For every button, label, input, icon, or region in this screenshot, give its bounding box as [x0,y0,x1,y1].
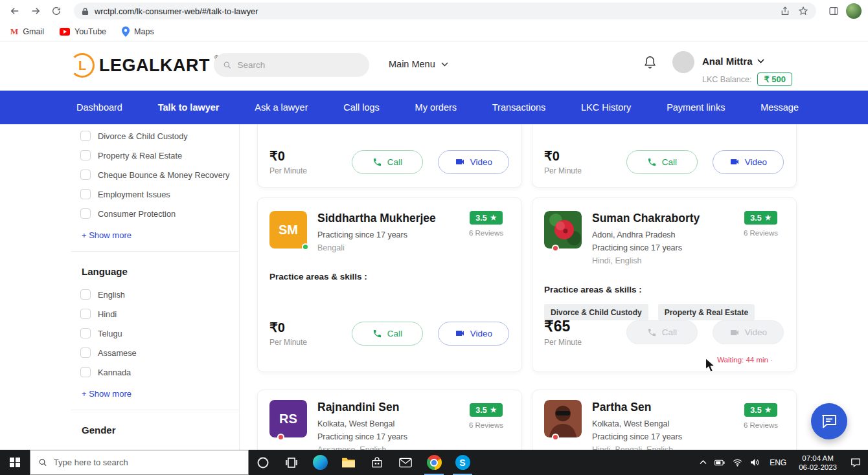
browser-profile-avatar[interactable] [846,3,862,19]
bookmark-youtube[interactable]: YouTube [60,27,106,36]
bookmark-label: Maps [134,27,154,36]
file-explorer-icon[interactable] [334,450,363,475]
windows-logo-icon [10,458,20,468]
lawyer-card-clipped: RS Rajnandini Sen Kolkata, West Bengal P… [257,390,522,450]
battery-icon[interactable] [711,450,729,475]
microsoft-store-icon[interactable] [363,450,391,475]
star-icon: ★ [765,214,771,222]
practice-areas-label: Practice areas & skills : [269,272,510,282]
legalkart-logo[interactable]: L LEGALKART ® [70,53,219,78]
checkbox[interactable] [80,170,91,180]
checkbox[interactable] [80,309,91,319]
wifi-icon[interactable] [729,450,746,475]
volume-icon[interactable] [746,450,764,475]
language-section-title: Language [82,266,230,277]
nav-talk-to-lawyer[interactable]: Talk to lawyer [158,102,220,113]
checkbox[interactable] [80,328,91,338]
call-button-label: Call [662,327,677,337]
filter-language-row[interactable]: Kannada [80,362,230,382]
filter-category-row[interactable]: Employment Issues [80,184,230,204]
video-button[interactable]: Video [438,150,509,174]
video-icon [729,327,740,338]
categories-show-more-link[interactable]: + Show more [82,230,131,240]
lawyer-name[interactable]: Suman Chakraborty [592,212,700,225]
nav-ask-a-lawyer[interactable]: Ask a lawyer [255,102,308,113]
checkbox[interactable] [80,208,91,219]
lawyer-name[interactable]: Partha Sen [592,401,682,414]
lawyer-card-clipped: ₹0 Per Minute Call Video [257,124,522,188]
address-bar[interactable]: wrctpl.com/lk-consumer-web/#/talk-to-law… [74,3,816,19]
edge-icon[interactable] [306,450,334,475]
user-avatar[interactable] [672,51,694,73]
cortana-icon[interactable] [249,450,277,475]
taskbar-clock[interactable]: 07:04 AM 06-02-2023 [792,454,843,472]
chrome-icon[interactable] [420,450,448,475]
call-button[interactable]: Call [626,150,698,174]
url-text[interactable]: wrctpl.com/lk-consumer-web/#/talk-to-law… [95,6,774,16]
notification-bell-icon[interactable] [643,55,657,70]
video-icon [455,157,465,167]
checkbox[interactable] [80,150,91,160]
header-search[interactable] [214,53,369,77]
nav-call-logs[interactable]: Call logs [343,102,380,113]
filter-category-row[interactable]: Consumer Protection [80,204,230,223]
lawyer-name[interactable]: Rajnandini Sen [317,401,407,414]
lawyer-languages: Bengali [317,241,436,254]
taskbar-search[interactable] [30,450,249,475]
bookmark-gmail[interactable]: M Gmail [10,27,44,37]
video-button[interactable]: Video [438,322,509,346]
nav-transactions[interactable]: Transactions [492,102,545,113]
video-button-disabled[interactable]: Video [713,320,784,344]
nav-payment-links[interactable]: Payment links [667,102,725,113]
call-button[interactable]: Call [352,150,423,174]
filter-label: Telugu [98,329,122,338]
filter-language-row[interactable]: Telugu [80,324,230,343]
nav-my-orders[interactable]: My orders [415,102,457,113]
rating-value: 3.5 [475,406,486,415]
languages-show-more-link[interactable]: + Show more [82,389,131,399]
busy-status-dot [552,434,559,441]
filter-category-row[interactable]: Cheque Bounce & Money Recovery [80,165,230,184]
main-menu-dropdown[interactable]: Main Menu [389,59,448,69]
browser-back-icon[interactable] [6,3,23,19]
browser-reload-icon[interactable] [48,3,65,19]
video-button-label: Video [470,157,492,167]
call-button[interactable]: Call [352,322,423,346]
nav-lkc-history[interactable]: LKC History [581,102,631,113]
filter-language-row[interactable]: English [80,285,230,304]
side-panel-icon[interactable] [825,3,842,19]
checkbox[interactable] [80,367,91,377]
filter-language-row[interactable]: Hindi [80,304,230,324]
action-center-icon[interactable] [843,458,868,468]
taskbar-search-input[interactable] [54,458,240,467]
call-button-disabled[interactable]: Call [626,320,698,344]
lawyer-name[interactable]: Siddhartha Mukherjee [317,212,436,225]
header-search-input[interactable] [237,60,360,70]
video-button-label: Video [470,329,492,338]
chat-fab-button[interactable] [811,403,847,439]
user-menu[interactable]: Anal Mittra [702,56,764,67]
share-icon[interactable] [780,6,790,16]
nav-dashboard[interactable]: Dashboard [76,102,122,113]
rating-badge: 3.5 ★ [744,403,777,417]
checkbox[interactable] [80,348,91,358]
filter-language-row[interactable]: Assamese [80,343,230,362]
site-header: L LEGALKART ® Main Menu Anal Mittra LKC … [0,41,868,91]
lawyer-languages: Assamese, English [317,443,407,450]
filter-category-row[interactable]: Property & Real Estate [80,146,230,165]
filter-category-row[interactable]: Divorce & Child Custody [80,126,230,146]
video-button[interactable]: Video [713,150,784,174]
nav-message[interactable]: Message [760,102,799,113]
bookmark-maps[interactable]: Maps [122,27,154,37]
checkbox[interactable] [80,131,91,141]
tray-expand-icon[interactable] [696,450,711,475]
start-button[interactable] [0,450,30,475]
input-language[interactable]: ENG [764,458,792,467]
bookmark-star-icon[interactable] [798,6,808,16]
task-view-icon[interactable] [277,450,306,475]
checkbox[interactable] [80,289,91,300]
browser-forward-icon[interactable] [27,3,44,19]
skype-icon[interactable]: S [448,450,477,475]
checkbox[interactable] [80,189,91,199]
mail-icon[interactable] [391,450,420,475]
